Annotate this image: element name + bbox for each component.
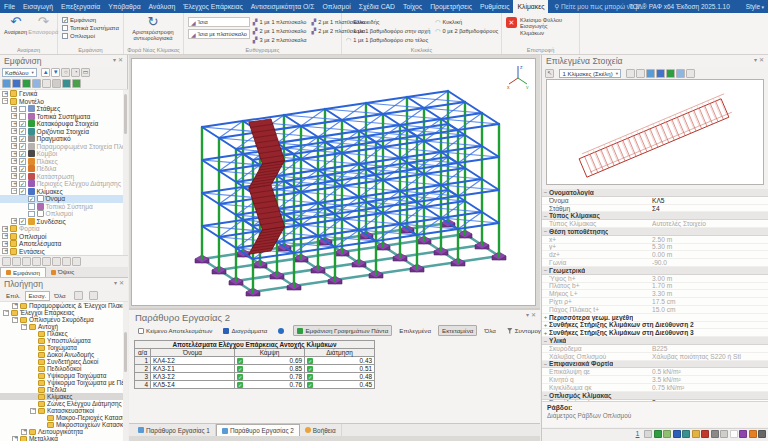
stair-direction-button[interactable]: ↻ Αριστερόστροφη αντιωρολογιακά [128, 15, 178, 42]
property-row[interactable]: Όνομα ΚΛ5 [542, 197, 768, 205]
nav-tree-item[interactable]: Συνδετήριες Δοκοί [0, 358, 128, 365]
property-row[interactable]: Χάλυβας Οπλισμού Χάλυβας ποιότητας S220 … [542, 353, 768, 361]
cursor-select-icon[interactable]: ↖ [545, 69, 554, 78]
property-row[interactable]: Τύπος Κλίμακας Αυτοτελές Στοιχείο [542, 220, 768, 228]
work-toolbar-button[interactable]: Επιλεγμένα [395, 325, 435, 336]
expander-icon[interactable] [3, 310, 9, 316]
nav-tree-item[interactable]: Έλεγχοι Επάρκειας [0, 309, 128, 316]
nav-tree-item[interactable]: Παραμορφώσεις & Έλεγχοι Πλακών [0, 302, 128, 309]
expander-icon[interactable] [2, 241, 8, 247]
property-row[interactable]: Συνθήκες Στήριξης Κλιμάκων στη Διεύθυνση… [542, 329, 768, 337]
display-toolbar-icon[interactable]: ◔ [71, 68, 80, 77]
checkbox-icon[interactable] [19, 106, 26, 113]
render-mode-icon[interactable] [72, 79, 81, 88]
menu-item[interactable]: Οπλισμοί [318, 0, 354, 13]
circular-stair-item[interactable]: ◠ 1 με 1 βαθμιδοφόρο στο τέλος [346, 35, 430, 44]
status-bar-icon[interactable] [682, 430, 690, 438]
status-bar-icon[interactable] [730, 430, 738, 438]
display-toolbar-icon[interactable]: ○ [61, 68, 70, 77]
work-window-tab[interactable]: Βοήθεια [300, 424, 342, 436]
property-row[interactable]: Οπλισμός Κλίμακας [542, 392, 768, 400]
expander-icon[interactable] [2, 91, 8, 97]
tree-item[interactable]: Εντάσεις [0, 248, 128, 256]
stair-name-cell[interactable]: ΚΛ4-Σ2 [151, 357, 235, 365]
property-row[interactable]: dz+ 0.00 m [542, 251, 768, 259]
property-value[interactable]: 3.00 m [652, 275, 768, 282]
nav-tree-item[interactable]: Μακρο-Περιοχές Κατασκευαστικοί [0, 414, 128, 421]
property-row[interactable]: Τύπος Κλίμακας [542, 212, 768, 220]
mini-toolbar-icon[interactable] [12, 257, 21, 266]
menu-item[interactable]: Προμετρήσεις [426, 0, 476, 13]
close-icon[interactable]: ✕ [119, 279, 126, 286]
expander-icon[interactable] [11, 218, 17, 224]
menu-item[interactable]: Τοίχος [399, 0, 426, 13]
nav-tree-item[interactable]: Υψίκορμα Τοιχώματα [0, 372, 128, 379]
circular-stair-item[interactable]: ◠ Κυκλική [435, 17, 498, 26]
work-toolbar-button[interactable] [274, 326, 290, 336]
status-bar-icon[interactable] [654, 430, 662, 438]
expander-icon[interactable] [11, 181, 17, 187]
checkbox-icon[interactable] [28, 203, 35, 210]
menu-item[interactable]: Εισαγωγή [19, 0, 57, 13]
expander-icon[interactable] [2, 98, 8, 104]
property-value[interactable]: Αυτοτελές Στοιχείο [652, 220, 768, 227]
property-row[interactable]: Μήκος L+ 3.30 m [542, 290, 768, 298]
status-bar-icon[interactable] [692, 430, 700, 438]
panel-tab[interactable]: Όψεις [46, 267, 79, 277]
display-toolbar-icon[interactable]: ▼ [51, 68, 60, 77]
tree-item[interactable]: Στάθμες [0, 105, 128, 113]
selected-toolbar-icon[interactable] [626, 69, 635, 78]
property-value[interactable]: ΚΛ5 [652, 197, 768, 204]
nav-tree-item[interactable]: Οπλισμένο Σκυρόδεμα [0, 316, 128, 323]
straight-stair-type-button[interactable]: ◢ Ίσια [188, 17, 250, 27]
nav-tree-item[interactable]: Λειτουργικότητα [0, 428, 128, 435]
property-value[interactable]: 3.30 m [652, 290, 768, 297]
expander-icon[interactable] [2, 233, 8, 239]
property-value[interactable]: 0.00 m [652, 251, 768, 258]
col-header[interactable]: Κάμψη [235, 349, 305, 357]
status-bar-icon[interactable] [749, 430, 757, 438]
expander-icon[interactable] [12, 436, 18, 441]
property-value[interactable]: 3.5 kN/m² [652, 376, 768, 383]
scrollbar[interactable] [123, 90, 128, 255]
tree-item[interactable]: Συνδέσεις [0, 218, 128, 226]
ribbon-checkbox[interactable]: Τοπικά Συστήματα [62, 25, 119, 31]
property-value[interactable]: 0.75 kN/m² [652, 384, 768, 391]
checkbox-icon[interactable] [19, 188, 26, 195]
property-row[interactable]: Κιγκλίδωμα gκ 0.75 kN/m² [542, 384, 768, 392]
display-filter-combobox[interactable]: Καθόλου [2, 68, 37, 77]
property-row[interactable]: Γωνία -90.0 [542, 259, 768, 267]
straight-stair-type-button[interactable]: ◢ Ίσια με πλατύσκαλο [188, 29, 250, 39]
expander-icon[interactable] [11, 173, 17, 179]
section-expander-icon[interactable] [542, 338, 549, 344]
status-bar-icon[interactable] [711, 430, 719, 438]
work-window-tab[interactable]: Παράθυρο Εργασίας 2 [216, 424, 300, 436]
status-page-number[interactable]: 1 [636, 430, 640, 437]
property-value[interactable]: 1.70 m [652, 282, 768, 289]
expander-icon[interactable] [11, 143, 17, 149]
mini-toolbar-icon[interactable] [2, 257, 11, 266]
tree-item[interactable]: Αποτελέσματα [0, 240, 128, 248]
render-mode-icon[interactable] [32, 79, 41, 88]
straight-stair-item[interactable]: ▞ 2 με 1 πλατύσκαλο [253, 26, 307, 35]
selected-toolbar-icon[interactable] [646, 69, 655, 78]
col-header[interactable]: Διάτμηση [305, 349, 375, 357]
status-bar-icon[interactable] [701, 430, 709, 438]
menu-item[interactable]: Σχέδια CAD [355, 0, 399, 13]
checkbox-icon[interactable] [28, 211, 35, 218]
stair-name-cell[interactable]: ΚΛ3-Σ2 [151, 373, 235, 381]
mini-toolbar-icon[interactable] [62, 257, 71, 266]
nav-tree-item[interactable]: Υποστυλώματα [0, 337, 128, 344]
style-menu[interactable]: Style [746, 3, 764, 10]
panel-tab[interactable]: Εμφάνιση [0, 267, 46, 277]
status-bar-icon[interactable] [644, 430, 652, 438]
section-expander-icon[interactable] [542, 322, 549, 328]
menu-item[interactable]: Αντισεισμικότητα Ο/Σ [247, 0, 319, 13]
selected-toolbar-icon[interactable] [666, 69, 675, 78]
expander-icon[interactable] [2, 226, 8, 232]
table-row[interactable]: 4 ΚΛ5-Σ4 ✓0.76 ✓0.45 [135, 381, 375, 389]
nav-tree-item[interactable]: Πλάκες [0, 330, 128, 337]
menu-item[interactable]: Υπόβαθρα [104, 0, 144, 13]
ribbon-checkbox[interactable]: Εμφάνιση [62, 17, 119, 23]
selected-toolbar-icon[interactable] [676, 69, 685, 78]
